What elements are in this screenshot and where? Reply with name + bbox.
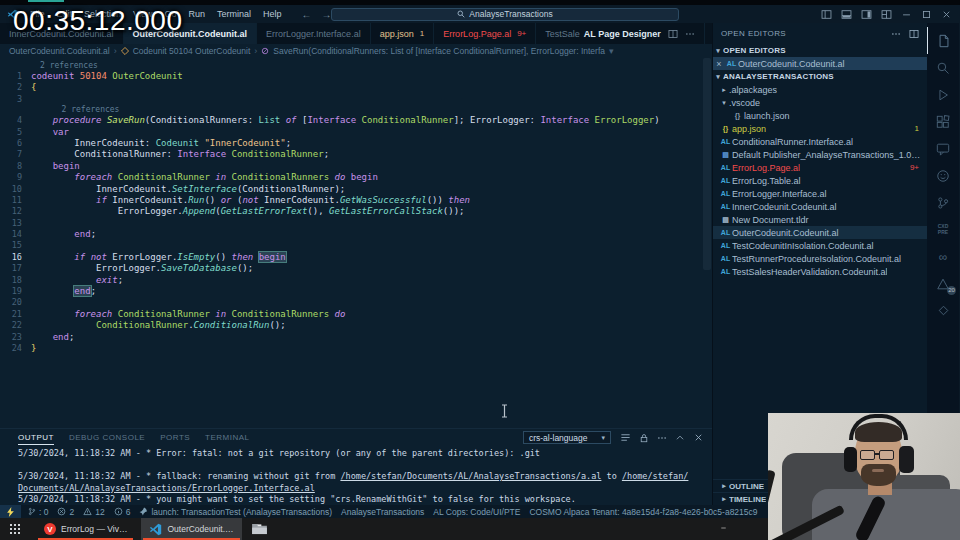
app-launcher-button[interactable] — [0, 524, 30, 534]
status-item[interactable]: : 0 — [28, 507, 48, 517]
activity-feedback[interactable] — [927, 162, 959, 189]
workspace-header[interactable]: ▾ANALAYSETRANSACTIONS — [713, 70, 927, 83]
toggle-panel-icon[interactable] — [841, 9, 852, 20]
code-line[interactable]: 4 procedure SaveRun(ConditionalRunners: … — [0, 115, 712, 126]
panel-tab-output[interactable]: OUTPUT — [18, 431, 54, 445]
menu-run[interactable]: Run — [182, 9, 211, 19]
code-line[interactable]: 20 — [0, 297, 712, 308]
codelens-text[interactable]: 2 references — [40, 61, 98, 71]
open-editors-header[interactable]: ▾OPEN EDITORS — [713, 44, 927, 57]
tree-item[interactable]: ALInnerCodeunit.Codeunit.al — [713, 200, 927, 213]
ellipsis-icon[interactable] — [891, 29, 901, 39]
maximize-icon[interactable] — [921, 9, 932, 20]
code-line[interactable]: 10 InnerCodeunit.SetInterface(Conditiona… — [0, 184, 712, 195]
panel-tab-debug-console[interactable]: DEBUG CONSOLE — [69, 431, 145, 444]
split-editor-icon[interactable] — [909, 29, 919, 39]
status-item[interactable]: 12 — [83, 507, 104, 517]
activity-explorer[interactable] — [927, 27, 959, 54]
output-link[interactable]: /home/stefan/Documents/AL/AnalayseTransa… — [340, 471, 601, 481]
code-line[interactable]: 11 if InnerCodeunit.Run() or (not InnerC… — [0, 195, 712, 206]
activity-infinity[interactable]: ∞ — [927, 243, 959, 270]
activity-chat[interactable] — [927, 135, 959, 162]
editor-tab[interactable]: ErrorLog.Page.al9+ — [434, 23, 536, 44]
tree-item[interactable]: ▸.alpackages — [713, 83, 927, 96]
code-line[interactable]: 13 — [0, 218, 712, 229]
tree-item[interactable]: {}app.json1 — [713, 122, 927, 135]
editor-scrollbar[interactable] — [703, 58, 711, 270]
code-line[interactable]: 3 — [0, 94, 712, 105]
remote-indicator[interactable] — [0, 505, 21, 518]
code-line[interactable]: 15 — [0, 240, 712, 251]
code-line[interactable]: 21 foreach ConditionalRunner in Conditio… — [0, 309, 712, 320]
tree-item[interactable]: ALOuterCodeunit.Codeunit.al — [713, 226, 927, 239]
tree-item[interactable]: ALErrorLogger.Interface.al — [713, 187, 927, 200]
output-link[interactable]: /home/stefan/ — [622, 471, 689, 481]
tree-item[interactable]: {}launch.json — [713, 109, 927, 122]
activity-run-debug[interactable] — [927, 81, 959, 108]
tree-item[interactable]: ALErrorLog.Page.al9+ — [713, 161, 927, 174]
minimize-icon[interactable] — [901, 9, 912, 20]
code-line[interactable]: 2{ — [0, 82, 712, 93]
code-line[interactable]: 1codeunit 50104 OuterCodeunit — [0, 71, 712, 82]
panel-tab-ports[interactable]: PORTS — [160, 431, 190, 444]
codelens-row[interactable]: 2 references — [0, 105, 712, 115]
taskbar-app[interactable]: OuterCodeunit.… — [141, 518, 241, 540]
toggle-sidebar-icon[interactable] — [821, 9, 832, 20]
customize-layout-icon[interactable] — [881, 9, 892, 20]
status-item[interactable]: launch: TransactionTest (AnalayseTransac… — [139, 507, 332, 517]
editor-tab[interactable]: TestSale AL Page Designer — [536, 23, 704, 44]
activity-extensions[interactable] — [927, 108, 959, 135]
forward-icon[interactable]: → — [321, 9, 331, 20]
activity-search[interactable] — [927, 54, 959, 81]
code-line[interactable]: 18 exit; — [0, 275, 712, 286]
menu-terminal[interactable]: Terminal — [211, 9, 257, 19]
code-line[interactable]: 24} — [0, 343, 712, 354]
code-line[interactable]: 7 ConditionalRunner: Interface Condition… — [0, 149, 712, 160]
tree-item[interactable]: ALConditionalRunner.Interface.al — [713, 135, 927, 148]
activity-shapes[interactable] — [927, 297, 959, 324]
file-manager-button[interactable] — [252, 523, 267, 535]
tree-item[interactable]: ▤New Document.tldr — [713, 213, 927, 226]
editor-tab[interactable]: app.json1 — [371, 23, 434, 44]
activity-al-extension[interactable]: 20 — [927, 270, 959, 297]
code-line[interactable]: 16 if not ErrorLogger.IsEmpty() then beg… — [0, 252, 712, 263]
tree-item[interactable]: ALTestCodeunitInIsolation.Codeunit.al — [713, 239, 927, 252]
close-icon[interactable] — [941, 9, 952, 20]
editor-tab[interactable]: ErrorLogger.Interface.al — [257, 23, 371, 44]
output-list-icon[interactable] — [620, 432, 631, 443]
breadcrumb-item[interactable]: SaveRun(ConditionalRunners: List of [Int… — [273, 46, 605, 56]
ellipsis-icon[interactable] — [685, 29, 695, 39]
status-item[interactable]: 6 — [114, 507, 131, 517]
output-link[interactable]: Documents/AL/AnalayseTransactions/ErrorL… — [18, 483, 315, 493]
ellipsis-icon[interactable] — [657, 433, 667, 443]
tree-item[interactable]: ▾.vscode — [713, 96, 927, 109]
close-icon[interactable] — [693, 432, 704, 443]
breadcrumb-item[interactable]: OuterCodeunit.Codeunit.al — [9, 46, 110, 56]
panel-tab-terminal[interactable]: TERMINAL — [205, 431, 249, 444]
code-editor[interactable]: 2 references1codeunit 50104 OuterCodeuni… — [0, 58, 712, 428]
tree-item[interactable]: ALTestSalesHeaderValidation.Codeunit.al — [713, 265, 927, 278]
code-line[interactable]: 23 end; — [0, 332, 712, 343]
codelens-row[interactable]: 2 references — [0, 61, 712, 71]
code-line[interactable]: 12 ErrorLogger.Append(GetLastErrorText()… — [0, 206, 712, 217]
codelens-text[interactable]: 2 references — [62, 105, 120, 115]
open-editor-item[interactable]: ×ALOuterCodeunit.Codeunit.al — [713, 57, 927, 70]
code-line[interactable]: 6 InnerCodeunit: Codeunit "InnerCodeunit… — [0, 138, 712, 149]
status-item[interactable]: COSMO Alpaca Tenant: 4a8e15d4-f2a8-4e26-… — [529, 507, 757, 517]
menu-help[interactable]: Help — [257, 9, 288, 19]
breadcrumb-item[interactable]: Codeunit 50104 OuterCodeunit — [133, 46, 251, 56]
tree-item[interactable]: ▤Default Publisher_AnalayseTransactions_… — [713, 148, 927, 161]
status-item[interactable]: 2 — [57, 507, 74, 517]
code-line[interactable]: 9 foreach ConditionalRunner in Condition… — [0, 172, 712, 183]
lock-icon[interactable] — [639, 433, 649, 443]
back-icon[interactable]: ← — [301, 9, 311, 20]
tree-item[interactable]: ALTestRunnerProcedureIsolation.Codeunit.… — [713, 252, 927, 265]
status-item[interactable]: AnalayseTransactions — [341, 507, 424, 517]
toggle-secondary-sidebar-icon[interactable] — [861, 9, 872, 20]
output-channel-select[interactable]: crs-al-language ▾ — [523, 431, 611, 444]
close-icon[interactable]: × — [713, 59, 725, 69]
activity-source-control[interactable] — [927, 189, 959, 216]
chevron-up-icon[interactable] — [675, 433, 685, 443]
command-search[interactable]: AnalayseTransactions — [331, 8, 679, 21]
code-line[interactable]: 8 begin — [0, 161, 712, 172]
